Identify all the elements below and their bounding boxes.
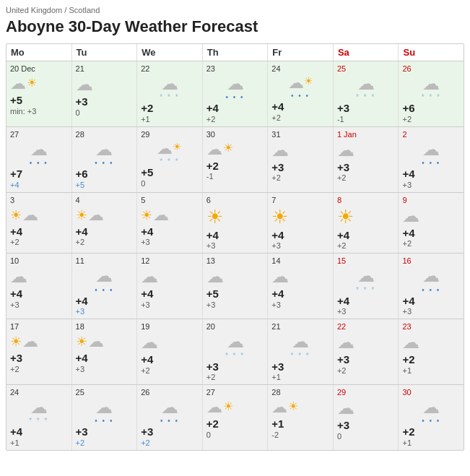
week-row-1: 27☁• • •+7+428☁• • •+6+529☁☀* * *+5030☁☀… (6, 127, 464, 193)
temp-max: +3 (337, 162, 395, 174)
day-cell: 25☁* * *+3-1 (334, 61, 399, 126)
weather-icon: ☁• • • (76, 398, 134, 425)
day-cell: 30☁☀+2-1 (203, 127, 269, 192)
weather-icon: ☁ (10, 267, 68, 287)
day-cell: 8☀+4+2 (334, 193, 399, 254)
day-number: 21 (271, 322, 329, 331)
day-cell: 1 Jan☁+3+2 (334, 127, 399, 192)
day-cell: 6☀+4+3 (203, 193, 269, 254)
day-number: 10 (10, 256, 68, 265)
day-number: 20 (206, 322, 264, 331)
temp-min: +3 (10, 300, 68, 309)
day-cell: 14☁+4+3 (268, 254, 334, 319)
temp-max: +4 (10, 426, 68, 438)
day-number: 22 (141, 64, 199, 73)
weather-icon: ☁• • • (402, 267, 460, 293)
temp-min: +3 (141, 238, 199, 246)
temp-min: 0 (337, 432, 395, 441)
day-number: 24 (10, 388, 68, 397)
day-number: 2 (402, 130, 460, 139)
temp-max: +4 (402, 228, 460, 240)
day-cell: 31☁+3+2 (268, 127, 334, 192)
temp-min: +2 (206, 373, 264, 381)
temp-min: +2 (10, 365, 68, 373)
temp-min: +2 (10, 238, 68, 246)
day-cell: 23☁• • •+4+2 (203, 61, 269, 126)
day-number: 21 (76, 64, 134, 73)
temp-max: +1 (271, 418, 329, 430)
temp-min: +5 (76, 181, 134, 189)
temp-max: +4 (76, 295, 134, 308)
temp-min: +2 (206, 115, 264, 124)
temp-min: +3 (337, 307, 395, 316)
weather-icon: ☁☀ (271, 398, 329, 417)
weather-icon: ☀☁ (10, 206, 68, 225)
temp-max: +4 (141, 354, 199, 366)
week-row-2: 3☀☁+4+24☀☁+4+25☀☁+4+36☀+4+37☀+4+38☀+4+29… (6, 193, 464, 254)
day-number: 4 (76, 196, 134, 204)
day-number: 23 (206, 64, 264, 73)
day-number: 7 (271, 196, 329, 204)
temp-min: +3 (76, 365, 134, 373)
day-number: 26 (141, 388, 199, 397)
temp-min: +3 (402, 181, 460, 189)
temp-max: +2 (206, 418, 264, 430)
day-number: 30 (206, 130, 264, 139)
breadcrumb: United Kingdom / Scotland (6, 6, 464, 14)
day-cell: 19☁+4+2 (137, 319, 203, 384)
page-title: Aboyne 30-Day Weather Forecast (6, 17, 464, 36)
temp-min: -1 (337, 115, 395, 124)
weather-icon: ☁* * * (206, 332, 264, 359)
header-cell-tu: Tu (72, 44, 138, 61)
weather-icon: ☀ (337, 206, 395, 228)
weather-icon: ☁ (141, 267, 199, 287)
temp-max: +6 (402, 103, 460, 115)
day-number: 11 (76, 256, 134, 265)
weather-icon: ☁* * * (271, 332, 329, 359)
temp-max: +4 (10, 226, 68, 238)
temp-min: +2 (402, 115, 460, 124)
day-number: 6 (206, 196, 264, 204)
weather-icon: ☁ (337, 398, 395, 418)
temp-min: +3 (402, 307, 460, 316)
calendar-body: 20 Dec☁☀+5min: +321☁+3022☁* * *+2+123☁• … (6, 61, 464, 450)
weather-icon: ☁• • • (141, 398, 199, 425)
day-number: 9 (402, 196, 460, 204)
day-cell: 20☁* * *+3+2 (203, 319, 269, 384)
day-cell: 29☁☀* * *+50 (137, 127, 203, 192)
day-number: 3 (10, 196, 68, 204)
temp-max: +4 (337, 295, 395, 308)
temp-min: 0 (141, 179, 199, 188)
weather-icon: ☁ (141, 332, 199, 352)
day-number: 27 (10, 130, 68, 139)
day-cell: 18☀☁+4+3 (72, 319, 138, 384)
temp-max: +3 (10, 352, 68, 365)
day-number: 25 (76, 388, 134, 397)
weather-icon: ☁ (337, 140, 395, 160)
weather-icon: ☁ (206, 267, 264, 287)
day-cell: 30☁• • •+2+1 (399, 385, 464, 450)
temp-max: +4 (76, 352, 134, 365)
temp-max: +4 (402, 168, 460, 181)
temp-min: +2 (402, 239, 460, 248)
day-cell: 10☁+4+3 (6, 254, 72, 319)
weather-icon: ☁• • • (76, 267, 134, 293)
day-cell: 28☁☀+1-2 (268, 385, 334, 450)
day-cell: 27☁• • •+7+4 (6, 127, 72, 192)
weather-icon: ☀☁ (76, 332, 134, 351)
day-cell: 5☀☁+4+3 (137, 193, 203, 254)
temp-max: +2 (402, 354, 460, 366)
temp-max: +3 (141, 426, 199, 438)
temp-min: 0 (76, 108, 134, 117)
weather-icon: ☁ (402, 332, 460, 352)
day-cell: 17☀☁+3+2 (6, 319, 72, 384)
temp-max: +5 (206, 288, 264, 300)
day-number: 15 (337, 256, 395, 265)
temp-max: +4 (76, 226, 134, 238)
day-number: 17 (10, 322, 68, 331)
day-number: 18 (76, 322, 134, 331)
day-number: 28 (271, 388, 329, 397)
temp-min: +1 (10, 438, 68, 447)
day-cell: 24☁* * *+4+1 (6, 385, 72, 450)
weather-icon: ☀ (206, 206, 264, 228)
